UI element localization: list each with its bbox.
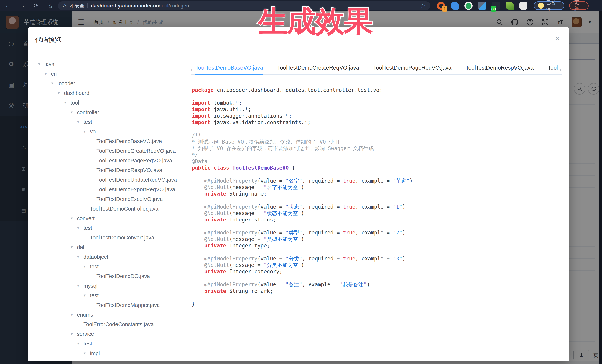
url-text[interactable]: dashboard.yudao.iocoder.cn/tool/codegen [91, 3, 189, 9]
tree-folder[interactable]: ▾test [34, 291, 190, 300]
browser-scrollbar[interactable] [599, 11, 602, 364]
tab-bar: ‹ ToolTestDemoBaseVO.javaToolTestDemoCre… [191, 63, 562, 75]
caret-down-icon[interactable]: ▾ [84, 293, 90, 298]
tabset: ToolTestDemoBaseVO.javaToolTestDemoCreat… [195, 64, 558, 75]
caret-down-icon[interactable]: ▾ [77, 283, 84, 288]
tree-folder[interactable]: ▾service [34, 329, 190, 339]
security-label[interactable]: 不安全 [70, 3, 84, 9]
tab-ToolTestDemoRespVO.java[interactable]: ToolTestDemoRespVO.java [465, 64, 534, 75]
tree-file[interactable]: ToolTestDemoMapper.java [34, 300, 190, 310]
code-view[interactable]: package cn.iocoder.dashboard.modules.too… [192, 87, 562, 360]
tab-scroll-prev-icon[interactable]: ‹ [191, 66, 195, 75]
code-line: package cn.iocoder.dashboard.modules.too… [192, 87, 562, 93]
code-line [192, 126, 562, 132]
tree-folder[interactable]: ▾cn [34, 69, 190, 79]
extensions-puzzle-icon[interactable] [519, 2, 527, 10]
extension-blue-diamond-icon[interactable] [478, 2, 486, 10]
extension-leaf-icon[interactable] [505, 2, 514, 10]
tab-scroll-next-icon[interactable]: › [558, 66, 562, 75]
caret-down-icon[interactable]: ▾ [71, 332, 77, 336]
caret-down-icon[interactable]: ▾ [71, 110, 77, 115]
caret-down-icon[interactable]: ▾ [84, 129, 90, 134]
tab-ToolTestDemoCreateReqVO.java[interactable]: ToolTestDemoCreateReqVO.java [277, 64, 359, 75]
modal-title: 代码预览 [35, 35, 61, 44]
caret-down-icon[interactable]: ▾ [45, 71, 51, 76]
tab-ToolTestDemoPageReqVO.java[interactable]: ToolTestDemoPageReqVO.java [373, 64, 452, 75]
tree-file[interactable]: ToolTestDemoDO.java [34, 271, 190, 281]
tree-file[interactable]: ToolTestDemoRespVO.java [34, 165, 190, 175]
code-line: @NotNull(message = "状态不能为空") [192, 210, 562, 217]
tree-folder[interactable]: ▾enums [34, 310, 190, 320]
tree-file[interactable]: ToolTestDemoPageReqVO.java [34, 156, 190, 165]
tree-label: ToolTestDemoConvert.java [90, 235, 154, 241]
paused-extension-chip[interactable]: 已暂停 [534, 1, 564, 10]
tree-label: ToolTestDemoServiceImpl.java [97, 360, 170, 362]
reload-icon[interactable]: ⟳ [32, 2, 40, 9]
address-bar[interactable]: ⚠ 不安全 dashboard.yudao.iocoder.cn/tool/co… [58, 1, 430, 10]
tab-ToolTe[interactable]: ToolTe [548, 64, 558, 75]
code-line: @ApiModelProperty(value = "类型", required… [192, 229, 562, 236]
tree-folder[interactable]: ▾test [34, 117, 190, 127]
tree-file[interactable]: ToolErrorCodeConstants.java [34, 320, 190, 329]
paused-label: 已暂停 [546, 0, 560, 12]
back-icon[interactable]: ← [4, 2, 12, 9]
tree-folder[interactable]: ▾impl [34, 348, 190, 358]
code-line: @ApiModelProperty(value = "备注", example … [192, 281, 562, 288]
tree-folder[interactable]: ▾iocoder [34, 79, 190, 88]
forward-icon[interactable]: → [18, 2, 26, 9]
close-icon[interactable]: × [555, 34, 560, 43]
tree-file[interactable]: ToolTestDemoServiceImpl.java [34, 358, 190, 361]
tree-folder[interactable]: ▾test [34, 262, 190, 271]
tree-file[interactable]: ToolTestDemoExcelVO.java [34, 194, 190, 204]
url-host: dashboard.yudao.iocoder.cn [91, 3, 159, 9]
tree-label: convert [77, 215, 95, 221]
browser-menu-icon[interactable]: ⋮ [593, 2, 598, 9]
code-line: private Integer status; [192, 217, 562, 223]
tree-folder[interactable]: ▾tool [34, 98, 190, 107]
caret-down-icon[interactable]: ▾ [77, 341, 84, 346]
tree-folder[interactable]: ▾controller [34, 107, 190, 117]
caret-down-icon[interactable]: ▾ [71, 245, 77, 250]
tree-file[interactable]: ToolTestDemoExportReqVO.java [34, 185, 190, 194]
tree-file[interactable]: ToolTestDemoCreateReqVO.java [34, 146, 190, 156]
tree-folder[interactable]: ▾dashboard [34, 88, 190, 98]
tree-label: ToolTestDemoCreateReqVO.java [97, 148, 176, 154]
extension-green-check-icon[interactable] [464, 2, 473, 10]
tree-file[interactable]: ToolTestDemoUpdateReqVO.java [34, 175, 190, 185]
tree-folder[interactable]: ▾test [34, 223, 190, 233]
tree-file[interactable]: ToolTestDemoBaseVO.java [34, 136, 190, 146]
tree-label: ToolTestDemoExcelVO.java [97, 196, 163, 202]
browser-update-button[interactable]: 更新 [569, 1, 589, 10]
tree-folder[interactable]: ▾dataobject [34, 252, 190, 262]
extension-on-switch-icon[interactable]: on [492, 2, 500, 10]
tree-file[interactable]: ToolTestDemoController.java [34, 204, 190, 214]
tree-file[interactable]: ToolTestDemoConvert.java [34, 233, 190, 242]
caret-down-icon[interactable]: ▾ [77, 120, 84, 124]
caret-down-icon[interactable]: ▾ [71, 216, 77, 221]
caret-down-icon[interactable]: ▾ [64, 100, 70, 105]
tree-folder[interactable]: ▾mysql [34, 281, 190, 291]
caret-down-icon[interactable]: ▾ [71, 312, 77, 317]
bookmark-star-icon[interactable]: ☆ [420, 2, 426, 9]
tree-folder[interactable]: ▾dal [34, 242, 190, 252]
caret-down-icon[interactable]: ▾ [38, 62, 44, 67]
code-line: import lombok.*; [192, 100, 562, 106]
tree-folder[interactable]: ▾test [34, 339, 190, 348]
tree-folder[interactable]: ▾vo [34, 127, 190, 136]
extension-blue-drop-icon[interactable] [451, 2, 459, 10]
caret-down-icon[interactable]: ▾ [77, 254, 84, 259]
home-icon[interactable]: ⌂ [46, 2, 54, 9]
tree-folder[interactable]: ▾java [34, 59, 190, 69]
extension-orange-ring-icon[interactable]: 1 [437, 2, 445, 10]
caret-down-icon[interactable]: ▾ [84, 351, 90, 356]
caret-down-icon[interactable]: ▾ [58, 91, 64, 95]
code-line: * 测试示例 Base VO，提供给添加、修改、详细的子 VO 使用 [192, 139, 562, 145]
tab-ToolTestDemoBaseVO.java[interactable]: ToolTestDemoBaseVO.java [195, 64, 263, 75]
file-tree: ▾java▾cn▾iocoder▾dashboard▾tool▾controll… [34, 59, 190, 361]
caret-down-icon[interactable]: ▾ [77, 226, 84, 230]
security-warning-icon[interactable]: ⚠ [63, 3, 67, 9]
tree-folder[interactable]: ▾convert [34, 214, 190, 223]
caret-down-icon[interactable]: ▾ [84, 264, 90, 269]
caret-down-icon[interactable]: ▾ [51, 81, 57, 86]
tree-label: test [84, 225, 92, 231]
